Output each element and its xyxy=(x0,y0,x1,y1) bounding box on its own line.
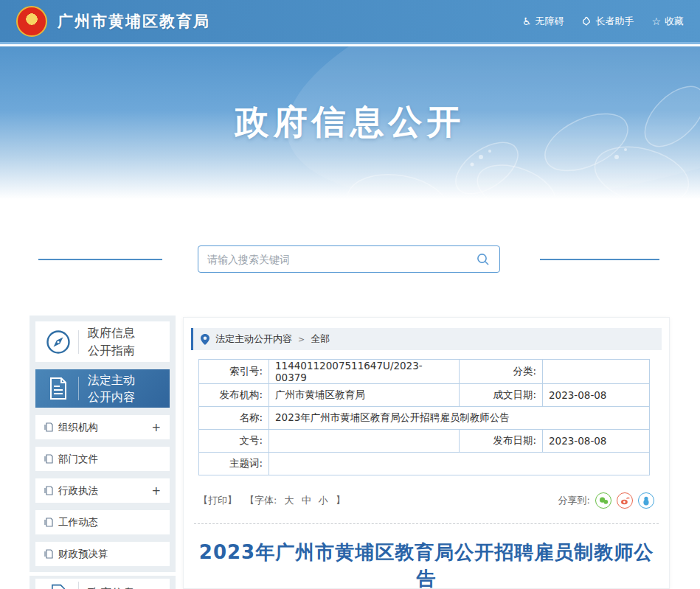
sidebar-item-statutory[interactable]: 法定主动 公开内容 xyxy=(35,369,170,408)
wechat-icon[interactable] xyxy=(595,492,611,509)
table-row: 索引号: 11440112007511647U/2023-00379 分类: xyxy=(199,360,650,384)
publisher-label: 发布机构: xyxy=(199,384,269,407)
accessibility-label: 无障碍 xyxy=(535,15,564,28)
sidebar-item-guide[interactable]: 政府信息 公开指南 xyxy=(35,321,170,362)
sidebar-item-statutory-label: 法定主动 公开内容 xyxy=(88,372,135,405)
category-label: 分类: xyxy=(460,360,543,384)
doc-number-value xyxy=(269,430,460,453)
sidebar-item-label: 财政预决算 xyxy=(58,548,108,561)
sidebar-item-label: 行政执法 xyxy=(58,484,98,498)
print-button[interactable]: 【打印】 xyxy=(198,494,237,507)
qq-icon[interactable] xyxy=(638,492,654,509)
page-icon xyxy=(44,549,53,559)
search-bar xyxy=(198,245,500,273)
sidebar-next-section: 政府信息 xyxy=(30,576,176,589)
document-pen-icon xyxy=(44,584,72,589)
publish-date-label: 发布日期: xyxy=(460,430,543,453)
page-title: 政府信息公开 xyxy=(0,100,700,145)
header-nav: ♿ 无障碍 长者助手 ☆ 收藏 xyxy=(522,15,684,28)
doc-name-value: 2023年广州市黄埔区教育局公开招聘雇员制教师公告 xyxy=(269,407,650,430)
article-toolbar: 【打印】 【字体: 大 中 小 】 分享到: xyxy=(198,492,654,509)
breadcrumb-current[interactable]: 全部 xyxy=(311,332,330,346)
divider xyxy=(78,330,79,354)
sidebar-item-guide-label: 政府信息 公开指南 xyxy=(88,324,135,358)
share-bar: 分享到: xyxy=(558,492,654,509)
weibo-icon[interactable] xyxy=(617,492,633,509)
search-decoration-line-left xyxy=(38,259,162,260)
content-card: 法定主动公开内容 > 全部 索引号: 11440112007511647U/20… xyxy=(183,317,670,589)
elder-helper-label: 长者助手 xyxy=(595,15,634,28)
index-number-value: 11440112007511647U/2023-00379 xyxy=(269,360,460,384)
accessibility-link[interactable]: ♿ 无障碍 xyxy=(522,15,564,28)
publish-date-value: 2023-08-08 xyxy=(543,430,650,453)
sidebar-item-label: 工作动态 xyxy=(58,516,98,529)
sidebar-item-law-enforcement[interactable]: 行政执法 + xyxy=(35,478,170,503)
sidebar-item-partial[interactable]: 政府信息 xyxy=(35,579,170,589)
favorite-link[interactable]: ☆ 收藏 xyxy=(651,15,684,28)
table-row: 发布机构: 广州市黄埔区教育局 成文日期: 2023-08-08 xyxy=(199,384,650,407)
written-date-label: 成文日期: xyxy=(460,384,543,407)
breadcrumb: 法定主动公开内容 > 全部 xyxy=(191,328,662,350)
page-icon xyxy=(44,486,53,495)
helping-hand-icon xyxy=(581,16,592,27)
top-header: ★ 广州市黄埔区教育局 ♿ 无障碍 长者助手 ☆ 收藏 xyxy=(0,0,700,44)
elder-helper-link[interactable]: 长者助手 xyxy=(581,15,634,28)
national-emblem-logo[interactable]: ★ xyxy=(16,6,47,37)
doc-name-label: 名称: xyxy=(199,407,269,430)
document-meta-table: 索引号: 11440112007511647U/2023-00379 分类: 发… xyxy=(198,359,650,475)
page-icon xyxy=(44,517,53,527)
breadcrumb-separator: > xyxy=(298,335,305,344)
search-decoration-line-right xyxy=(540,259,659,260)
category-value xyxy=(543,360,650,384)
search-input[interactable] xyxy=(207,254,476,265)
table-row: 名称: 2023年广州市黄埔区教育局公开招聘雇员制教师公告 xyxy=(199,407,650,430)
dashed-divider xyxy=(194,523,659,524)
breadcrumb-root-link[interactable]: 法定主动公开内容 xyxy=(215,332,292,346)
table-row: 主题词: xyxy=(199,453,650,475)
site-title: 广州市黄埔区教育局 xyxy=(58,11,210,32)
sidebar: 政府信息 公开指南 法定主动 公开内容 组织机构 + 部门文件 行政执法 + 工… xyxy=(30,316,176,572)
table-row: 文号: 发布日期: 2023-08-08 xyxy=(199,430,650,453)
font-size-controls: 【字体: 大 中 小 】 xyxy=(243,494,347,507)
sidebar-item-fiscal-budget[interactable]: 财政预决算 xyxy=(35,542,170,566)
sidebar-item-organization[interactable]: 组织机构 + xyxy=(35,415,170,439)
publisher-value: 广州市黄埔区教育局 xyxy=(269,384,460,407)
compass-icon xyxy=(44,330,72,355)
page-icon xyxy=(44,454,53,464)
favorite-label: 收藏 xyxy=(665,15,684,28)
expand-plus-icon[interactable]: + xyxy=(151,421,161,434)
font-medium-button[interactable]: 中 xyxy=(302,495,311,506)
index-number-label: 索引号: xyxy=(199,360,269,384)
document-icon xyxy=(44,377,72,400)
page-icon xyxy=(44,422,53,432)
divider xyxy=(78,377,79,400)
sidebar-item-label: 组织机构 xyxy=(58,421,98,434)
written-date-value: 2023-08-08 xyxy=(543,384,650,407)
sidebar-item-partial-label: 政府信息 xyxy=(88,585,135,589)
keywords-label: 主题词: xyxy=(199,453,269,475)
magnifier-icon[interactable] xyxy=(476,252,491,267)
font-label-close: 】 xyxy=(336,495,345,506)
font-large-button[interactable]: 大 xyxy=(285,495,294,506)
page-banner: 政府信息公开 xyxy=(0,46,700,199)
location-pin-icon xyxy=(201,334,209,345)
wheelchair-icon: ♿ xyxy=(522,16,532,27)
share-label: 分享到: xyxy=(558,494,590,507)
star-icon: ☆ xyxy=(651,16,661,27)
divider xyxy=(78,582,79,589)
sidebar-item-work-updates[interactable]: 工作动态 xyxy=(35,510,170,534)
keywords-value xyxy=(269,453,650,475)
expand-plus-icon[interactable]: + xyxy=(151,484,161,498)
sidebar-item-label: 部门文件 xyxy=(58,453,98,466)
article-title: 2023年广州市黄埔区教育局公开招聘雇员制教师公告 xyxy=(195,539,657,589)
font-label: 【字体: xyxy=(245,495,277,506)
doc-number-label: 文号: xyxy=(199,430,269,453)
sidebar-item-department-docs[interactable]: 部门文件 xyxy=(35,447,170,471)
font-small-button[interactable]: 小 xyxy=(319,495,328,506)
